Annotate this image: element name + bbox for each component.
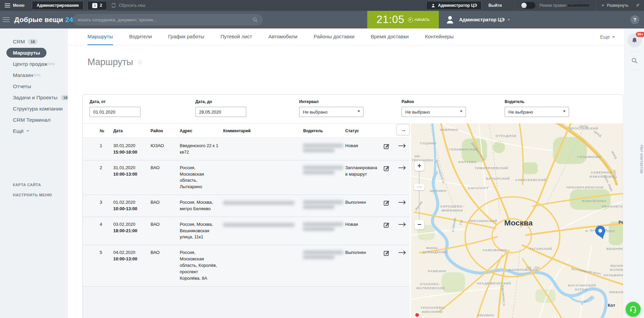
open-route-button[interactable] [398,222,406,229]
support-chat-button[interactable] [626,302,641,317]
reset-cache-button[interactable]: Сбросить кеш [111,3,145,8]
tab-4[interactable]: Автомобили [268,28,297,45]
timer-start-label: НАЧАТЬ [415,18,430,22]
route-driver [303,250,345,281]
tab-0[interactable]: Маршруты [87,28,113,45]
filter-input-1[interactable] [195,107,246,117]
column-header-0[interactable]: № [100,128,113,133]
edit-route-button[interactable] [383,165,391,173]
edit-mode-label: Режим правки [540,3,566,8]
notifications-button[interactable]: 99+ [627,33,642,47]
edit-route-button[interactable] [383,143,391,151]
sidebar-item-label: Ещё [13,128,24,134]
map-city-label: Ре [619,220,623,225]
map-district-label: ТУШИНО [420,141,436,145]
column-header-5[interactable]: Водитель [303,128,345,133]
open-route-button[interactable] [398,200,406,207]
open-route-button[interactable] [398,250,406,257]
edit-route-button[interactable] [383,250,391,257]
column-header-4[interactable]: Комментарий [223,128,303,133]
sidebar-item-4[interactable]: Отчеты [0,81,68,92]
map-district-label: ИВАНОВСКОЕ [602,204,623,208]
timer-time: 21:05 [376,14,405,26]
route-comment [223,250,303,281]
sidebar-item-7[interactable]: CRM Терминал [0,114,68,125]
filter-select-4[interactable]: Не выбрано [505,107,569,117]
sidebar-item-0[interactable]: CRM18 [0,36,68,47]
tab-6[interactable]: Время доставки [371,28,409,45]
search-input[interactable] [78,17,252,22]
admin-menu-label[interactable]: Меню [13,3,24,8]
im-search-button[interactable] [625,55,644,66]
map-district-label: АКАДЕМИЧЕСКИЙ [476,281,511,285]
date-value: 30.01.2020 [113,143,147,149]
route-number: 5 [100,250,113,281]
configure-menu-link[interactable]: НАСТРОИТЬ МЕНЮ [13,193,52,197]
help-button[interactable]: ? [630,15,639,24]
timer-start-button[interactable]: НАЧАТЬ [408,17,430,22]
header-user-name: Администратор ЦЭ [459,17,505,22]
filter-group-0: Дата, от [90,99,140,117]
filter-select-2[interactable]: Не выбрано [299,107,364,117]
route-district: ВАО [151,250,180,281]
column-header-3[interactable]: Адрес [180,128,223,133]
sidebar-item-2[interactable]: Центр продажbeta [0,58,68,69]
chevron-down-icon [26,130,29,132]
tab-3[interactable]: Путевой лист [220,28,252,45]
filter-group-2: ИнтервалНе выбрано [299,99,364,117]
pin-icon[interactable] [635,2,641,8]
sidebar-item-3[interactable]: Магазинbeta [0,69,68,81]
route-address: Россия, Московская область, Королёв, про… [180,250,223,281]
redacted-driver [303,166,343,170]
filter-label: Дата, от [90,99,140,104]
favorite-star-icon[interactable]: ☆ [137,58,143,66]
map-road-label: ТТК [526,266,532,270]
sitemap-link[interactable]: КАРТА САЙТА [13,183,41,187]
tabs-more-button[interactable]: Еще [600,28,615,45]
map-road-label: ТТК [459,219,464,226]
column-header-2[interactable]: Район [151,128,180,133]
header-user-menu[interactable]: Администратор ЦЭ [445,11,512,28]
app-logo[interactable]: Добрые вещи24 [14,16,73,24]
table-row: 504.02.202010:00-13:00ВАОРоссия, Московс… [83,245,410,286]
expand-button[interactable]: Развернуть [602,3,628,8]
column-header-1[interactable]: Дата [113,128,151,133]
tab-5[interactable]: Районы доставки [314,28,354,45]
tab-1[interactable]: Водители [129,28,152,45]
zoom-out-button[interactable]: − [414,220,424,230]
zoom-slider-handle[interactable] [414,184,425,190]
delivery-map[interactable]: ХОВРИНООТРАДНОЕЯРОСЛАВСКИЙГОЛОВИНСКИЙТУШ… [411,123,623,318]
sidebar-item-1[interactable]: Маршруты [0,47,68,58]
tab-2[interactable]: График работы [168,28,204,45]
info-counter-button[interactable]: i 2 [87,1,107,10]
admin-menu-icon[interactable] [5,3,10,7]
time-interval: 10:00-13:00 [113,256,147,262]
sidebar-toggle-icon[interactable] [3,17,9,22]
map-district-label: ПРЕСНЕНСКИЙ [468,219,497,223]
administration-button[interactable]: Администрирование [32,1,83,10]
open-route-button[interactable] [398,165,406,173]
sidebar-item-8[interactable]: Ещё [0,125,68,137]
filter-select-3[interactable]: Не выбрано [402,107,466,117]
admin-user-button[interactable]: Администратор ЦЭ [426,1,482,10]
map-marker-red[interactable] [415,313,419,317]
work-timer[interactable]: 21:05 НАЧАТЬ [367,11,439,28]
global-search[interactable] [73,14,263,25]
zoom-in-button[interactable]: + [414,161,424,171]
edit-route-button[interactable] [383,200,391,207]
route-district: ВАО [151,165,180,190]
time-interval: 10:00-13:00 [113,171,147,178]
tab-7[interactable]: Контейнеры [425,28,454,45]
sidebar-item-5[interactable]: Задачи и Проекты18 [0,92,68,103]
time-interval: 18:00-21:00 [113,228,147,234]
open-route-button[interactable] [398,143,406,151]
table-expand-arrow-button[interactable]: → [396,124,410,135]
column-header-6[interactable]: Статус [345,128,383,133]
map-road-label: МКАД [610,151,618,160]
edit-mode-toggle[interactable] [521,2,535,9]
filter-input-0[interactable] [90,107,140,117]
sidebar-item-6[interactable]: Структура компании [0,103,68,114]
route-status: Новая [345,221,383,241]
edit-route-button[interactable] [383,222,391,229]
logout-button[interactable]: Выйти [488,3,502,8]
